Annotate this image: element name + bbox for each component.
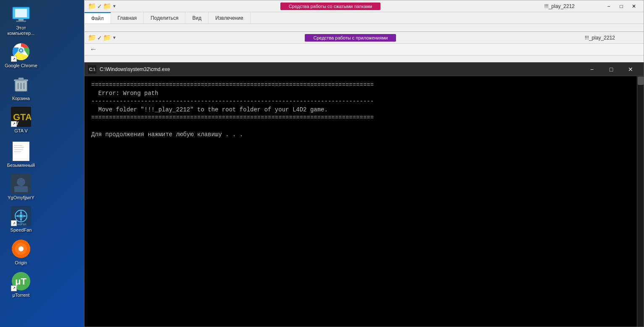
chrome-label: Google Chrome xyxy=(5,63,37,69)
desktop-icon-gtav[interactable]: GTA V ↗ GTA V xyxy=(2,105,40,135)
svg-point-32 xyxy=(19,214,23,218)
gtav-icon: GTA V ↗ xyxy=(11,107,31,127)
utorrent-icon: μT ↗ xyxy=(11,271,31,291)
cmd-line-5: ========================================… xyxy=(91,114,637,122)
svg-rect-25 xyxy=(14,186,28,192)
blank-label: Безымянный xyxy=(7,163,35,168)
svg-point-24 xyxy=(17,178,25,186)
desktop-icon-recycle[interactable]: Корзина xyxy=(2,73,40,103)
svg-point-36 xyxy=(18,246,24,251)
cmd-line-7: Для продолжения нажмите любую клавишу . … xyxy=(91,131,637,139)
fe-tab-share[interactable]: Поделиться xyxy=(144,12,185,24)
fe-tab-file[interactable]: Файл xyxy=(84,12,111,24)
fe-top-window-controls: − □ ✕ xyxy=(602,1,640,11)
fe-bottom-title: !!!_play_2212 xyxy=(585,35,615,41)
context-tab-compressed[interactable]: Средства работы со сжатыми папками xyxy=(280,3,380,10)
fe-top-title: !!!_play_2212 xyxy=(544,3,575,9)
gtav-label: GTA V xyxy=(14,128,28,134)
svg-rect-20 xyxy=(14,147,24,148)
folder-icon-2: 📁 xyxy=(88,34,96,42)
chrome-icon: ↗ xyxy=(11,42,31,62)
desktop-icon-my-computer[interactable]: Этот компьютер... xyxy=(2,2,40,38)
folder-icon-quick2: 📁 xyxy=(103,2,111,10)
cmd-line-3: ----------------------------------------… xyxy=(91,98,637,106)
check-icon-2: ✓ xyxy=(97,34,102,41)
dropdown-arrow-2[interactable]: ▼ xyxy=(112,35,116,40)
svg-rect-19 xyxy=(14,145,22,146)
desktop-icon-utorrent[interactable]: μT ↗ μTorrent xyxy=(2,269,40,300)
desktop: Этот компьютер... ↗ Google Chrome xyxy=(0,0,644,327)
svg-point-8 xyxy=(20,49,22,52)
cmd-maximize-button[interactable]: □ xyxy=(602,63,621,76)
cmd-line-2: Error: Wrong path xyxy=(91,90,637,98)
desktop-icon-origin[interactable]: Origin xyxy=(2,237,40,267)
context-tab-app[interactable]: Средства работы с приложениями xyxy=(305,34,396,42)
quick-access-toolbar: 📁 ✓ 📁 ▼ xyxy=(88,2,116,10)
ygomyfjjwry-label: YgOmyfjjwrY xyxy=(8,195,34,200)
svg-rect-3 xyxy=(16,21,26,22)
cmd-title-left: C:\ C:\Windows\system32\cmd.exe xyxy=(88,65,170,74)
blank-icon xyxy=(11,141,31,161)
dropdown-arrow[interactable]: ▼ xyxy=(112,4,116,8)
cmd-scrollbar[interactable] xyxy=(637,76,644,327)
fe-top-close-button[interactable]: ✕ xyxy=(628,1,640,11)
recycle-bin-icon xyxy=(11,74,31,95)
quick-access-toolbar-2: 📁 ✓ 📁 ▼ xyxy=(88,34,116,42)
speedfan-icon: SpeedFan ↗ xyxy=(11,206,31,226)
cmd-minimize-button[interactable]: − xyxy=(582,63,602,76)
recycle-bin-label: Корзина xyxy=(12,96,30,101)
my-computer-label: Этот компьютер... xyxy=(4,25,38,36)
check-icon-quick: ✓ xyxy=(97,3,102,10)
ygomyfjjwry-icon xyxy=(11,174,31,194)
svg-rect-11 xyxy=(18,78,24,80)
origin-label: Origin xyxy=(15,260,27,266)
folder-icon-2b: 📁 xyxy=(103,34,111,42)
fe-top-minimize-button[interactable]: − xyxy=(602,1,615,11)
utorrent-label: μTorrent xyxy=(13,293,30,298)
fe-tab-home[interactable]: Главная xyxy=(111,12,144,24)
cmd-window-controls: − □ ✕ xyxy=(582,63,640,76)
desktop-icons-container: Этот компьютер... ↗ Google Chrome xyxy=(2,2,40,300)
origin-icon xyxy=(11,239,31,259)
shortcut-arrow-speedfan: ↗ xyxy=(11,220,17,226)
fe-tab-view[interactable]: Вид xyxy=(185,12,209,24)
svg-rect-2 xyxy=(18,19,24,21)
desktop-icon-blank[interactable]: Безымянный xyxy=(2,140,40,170)
svg-rect-22 xyxy=(14,151,21,152)
cmd-window: C:\ C:\Windows\system32\cmd.exe − □ ✕ ==… xyxy=(84,62,644,327)
my-computer-icon xyxy=(11,4,31,24)
shortcut-arrow-gtav: ↗ xyxy=(11,121,17,127)
cmd-content[interactable]: ========================================… xyxy=(84,76,644,327)
back-button[interactable]: ← xyxy=(88,45,99,54)
shortcut-arrow-chrome: ↗ xyxy=(11,56,17,62)
desktop-icon-speedfan[interactable]: SpeedFan ↗ SpeedFan xyxy=(2,204,40,235)
fe-top-maximize-button[interactable]: □ xyxy=(615,1,628,11)
fe-tab-extract[interactable]: Извлечение xyxy=(209,12,250,24)
cmd-app-icon: C:\ xyxy=(88,65,96,74)
svg-rect-4 xyxy=(13,8,29,8)
cmd-close-button[interactable]: ✕ xyxy=(621,63,640,76)
desktop-icon-chrome[interactable]: ↗ Google Chrome xyxy=(2,40,40,70)
folder-icon-quick: 📁 xyxy=(88,2,96,10)
desktop-icon-ygomyfjjwry[interactable]: YgOmyfjjwrY xyxy=(2,172,40,202)
cmd-line-1: ========================================… xyxy=(91,81,637,90)
svg-rect-1 xyxy=(15,9,27,17)
speedfan-label: SpeedFan xyxy=(11,227,32,233)
cmd-title-bar: C:\ C:\Windows\system32\cmd.exe − □ ✕ xyxy=(84,63,644,76)
cmd-line-6 xyxy=(91,122,637,131)
cmd-scrollbar-thumb xyxy=(638,76,644,85)
cmd-title-text: C:\Windows\system32\cmd.exe xyxy=(100,66,170,72)
shortcut-arrow-utorrent: ↗ xyxy=(11,285,17,291)
svg-rect-21 xyxy=(14,149,23,150)
cmd-line-4: Move folder "!!!_play_2212" to the root … xyxy=(91,106,637,114)
svg-text:μT: μT xyxy=(15,276,26,287)
